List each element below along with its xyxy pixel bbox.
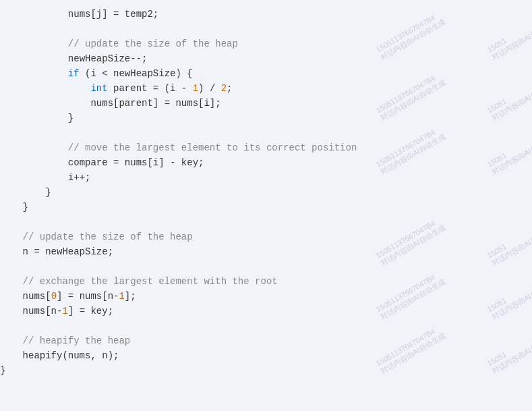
code-line: nums[j] = temp2; — [0, 7, 532, 22]
code-line: } — [0, 363, 532, 378]
code-line — [0, 259, 532, 274]
code-text: } — [0, 185, 51, 200]
code-text: if (i < newHeapSize) { — [0, 66, 193, 81]
code-line — [0, 215, 532, 229]
code-text: // heapify the heap — [0, 333, 130, 348]
code-line — [0, 319, 532, 333]
code-text — [0, 22, 5, 36]
code-line: // move the largest element to its corre… — [0, 140, 532, 155]
code-line: nums[parent] = nums[i]; — [0, 96, 532, 111]
code-text: int parent = (i - 1) / 2; — [0, 81, 233, 96]
code-text: nums[n-1] = key; — [0, 304, 113, 319]
code-container: nums[j] = temp2; // update the size of t… — [0, 0, 532, 411]
code-line: i++; — [0, 170, 532, 185]
code-line: // update the size of the heap — [0, 36, 532, 51]
code-text: nums[parent] = nums[i]; — [0, 96, 221, 111]
code-line: if (i < newHeapSize) { — [0, 66, 532, 81]
code-text: nums[0] = nums[n-1]; — [0, 289, 136, 304]
code-text — [0, 259, 5, 274]
code-text: // exchange the largest element with the… — [0, 274, 278, 289]
code-line: // update the size of the heap — [0, 229, 532, 244]
code-text: } — [0, 363, 5, 378]
code-text: } — [0, 111, 73, 126]
code-text — [0, 126, 5, 140]
code-text: newHeapSize--; — [0, 51, 147, 66]
code-text: n = newHeapSize; — [0, 244, 113, 259]
code-line: heapify(nums, n); — [0, 348, 532, 363]
code-text: compare = nums[i] - key; — [0, 155, 204, 170]
code-line: newHeapSize--; — [0, 51, 532, 66]
code-text: // update the size of the heap — [0, 36, 238, 51]
code-lines: nums[j] = temp2; // update the size of t… — [0, 7, 532, 378]
code-line: // exchange the largest element with the… — [0, 274, 532, 289]
code-line: n = newHeapSize; — [0, 244, 532, 259]
code-text: heapify(nums, n); — [0, 348, 119, 363]
code-text: nums[j] = temp2; — [0, 7, 158, 22]
code-line: nums[0] = nums[n-1]; — [0, 289, 532, 304]
code-line — [0, 126, 532, 140]
code-text: } — [0, 200, 28, 215]
code-text: i++; — [0, 170, 90, 185]
code-line: } — [0, 185, 532, 200]
code-line — [0, 22, 532, 36]
code-text: // update the size of the heap — [0, 229, 193, 244]
code-text — [0, 319, 5, 333]
code-line: } — [0, 111, 532, 126]
code-line: nums[n-1] = key; — [0, 304, 532, 319]
code-line: int parent = (i - 1) / 2; — [0, 81, 532, 96]
code-line: compare = nums[i] - key; — [0, 155, 532, 170]
code-line: } — [0, 200, 532, 215]
code-line: // heapify the heap — [0, 333, 532, 348]
code-text: // move the largest element to its corre… — [0, 140, 357, 155]
code-text — [0, 215, 5, 229]
